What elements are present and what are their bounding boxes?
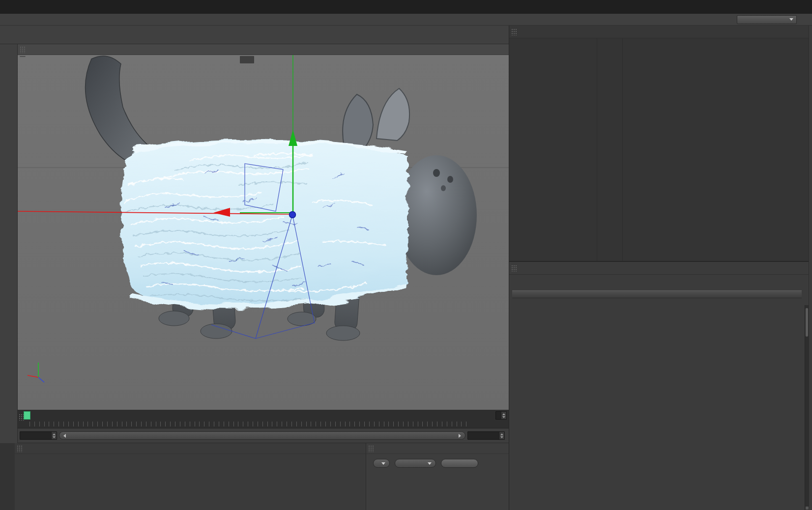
distribution-row [512, 300, 802, 308]
dock-tab-strip [809, 26, 812, 510]
hair-from-guides-icon [512, 277, 520, 284]
attribute-manager [509, 262, 809, 510]
current-frame-field[interactable] [20, 431, 57, 440]
perspective-label[interactable] [20, 56, 26, 57]
range-left-arrow-icon [63, 434, 66, 438]
axis-indicator [25, 357, 54, 386]
viewport-menubar [18, 44, 509, 55]
distribution-label [512, 300, 575, 308]
apply-button[interactable] [441, 459, 478, 468]
drag-grip[interactable] [368, 445, 374, 452]
column-divider [622, 38, 623, 261]
size-mode-dropdown[interactable] [395, 459, 436, 468]
camera-label[interactable] [240, 56, 254, 63]
frame-increment-field[interactable] [495, 411, 507, 420]
main-menubar [0, 14, 812, 26]
timeline-playhead[interactable] [24, 411, 30, 420]
object-mode-dropdown[interactable] [373, 459, 390, 468]
attribute-menubar [509, 262, 809, 275]
main-toolbar [0, 26, 509, 44]
spinner[interactable] [51, 432, 57, 439]
cinema4d-window [0, 0, 812, 510]
attribute-content [509, 287, 809, 493]
timeline-ruler[interactable] [18, 410, 509, 428]
chevron-down-icon [428, 462, 432, 465]
drag-grip[interactable] [17, 445, 23, 452]
timeline-range-slider[interactable] [59, 431, 465, 440]
attribute-object-title [509, 275, 809, 286]
scrollbar[interactable] [805, 305, 809, 510]
scrollbar-thumb[interactable] [806, 308, 808, 337]
material-menubar [15, 443, 366, 454]
object-manager [509, 26, 809, 262]
branding-strip [0, 443, 15, 510]
chevron-down-icon [381, 462, 385, 465]
layout-chooser [734, 15, 810, 24]
spinner[interactable] [499, 432, 504, 439]
object-tree [509, 38, 809, 261]
range-right-arrow-icon [459, 434, 461, 438]
drag-grip[interactable] [511, 28, 517, 35]
coordinate-manager [366, 443, 509, 510]
titlebar [0, 0, 812, 14]
layout-select[interactable] [737, 15, 797, 24]
coordinate-modes [366, 456, 509, 468]
material-list [15, 454, 366, 460]
chevron-down-icon [789, 18, 793, 21]
object-manager-menubar [509, 26, 809, 38]
camera-small-icon [245, 57, 251, 63]
spinner[interactable] [501, 412, 506, 419]
section-header[interactable] [512, 290, 802, 298]
search-icon[interactable] [800, 16, 807, 23]
column-divider [597, 38, 597, 261]
viewport-canvas[interactable] [18, 55, 509, 410]
end-frame-field[interactable] [467, 431, 505, 440]
mode-palette [0, 44, 18, 443]
timeline-minor-ticks [29, 422, 468, 426]
material-manager [15, 443, 366, 510]
drag-grip[interactable] [20, 46, 26, 53]
coordinate-header [366, 443, 509, 454]
viewport[interactable] [18, 55, 509, 410]
transport-bar [18, 428, 509, 443]
drag-grip[interactable] [511, 265, 517, 272]
app-logo-icon [4, 3, 12, 11]
